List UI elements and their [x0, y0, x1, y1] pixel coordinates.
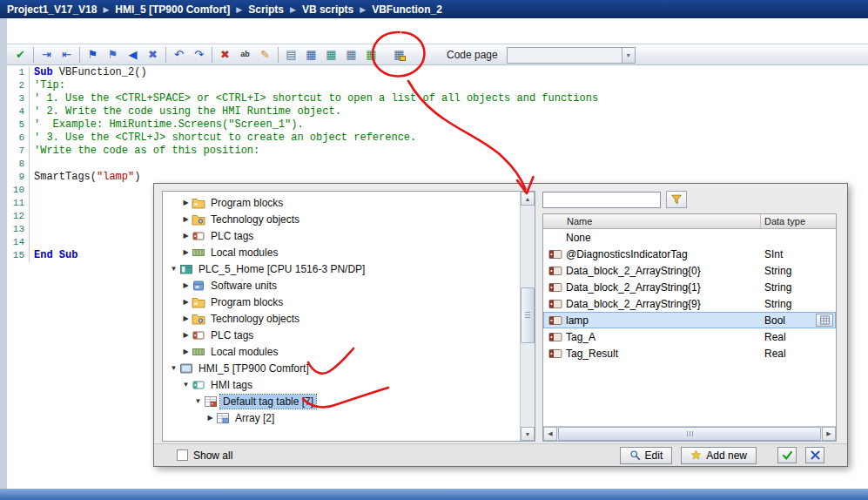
set-bookmark-icon[interactable]: ⚑ — [84, 45, 102, 64]
chevron-collapsed-icon[interactable]: ▶ — [180, 298, 192, 306]
program-blocks-icon — [192, 196, 205, 210]
tag-row[interactable]: @DiagnosticsIndicatorTagSInt — [543, 246, 836, 262]
insert-hmi-tag-icon[interactable]: ▦ — [390, 45, 408, 64]
scrollbar-thumb[interactable] — [558, 427, 821, 441]
tree-item[interactable]: ▼HMI tags — [163, 376, 520, 393]
scroll-down-icon[interactable]: ▼ — [521, 427, 535, 441]
tag-row[interactable]: None — [543, 229, 836, 246]
line-number: 4 — [7, 105, 30, 118]
tree-item-label: Array [2] — [232, 411, 277, 425]
line-number: 7 — [7, 145, 30, 158]
tag-row[interactable]: Tag_ResultReal — [543, 345, 836, 361]
tag-row[interactable]: Data_block_2_ArrayString{0}String — [543, 262, 836, 279]
chevron-collapsed-icon[interactable]: ▶ — [180, 215, 192, 223]
chevron-expanded-icon[interactable]: ▼ — [168, 265, 179, 273]
breadcrumb-item[interactable]: VBFunction_2 — [372, 3, 442, 16]
undo-icon[interactable]: ↶ — [170, 45, 188, 64]
tree-item[interactable]: ▶Local modules — [163, 343, 520, 360]
tree-item[interactable]: ▼PLC_5_Home [CPU 1516-3 PN/DP] — [163, 260, 520, 277]
filter-input[interactable] — [542, 192, 661, 208]
filter-button[interactable] — [666, 191, 687, 208]
edit-button[interactable]: Edit — [620, 447, 673, 464]
breadcrumb-item[interactable]: VB scripts — [302, 3, 353, 16]
insert-graphic-icon[interactable]: ▦ — [362, 45, 380, 64]
tree-item[interactable]: ▶Array [2] — [163, 409, 520, 426]
decrease-indent-icon[interactable]: ⇤ — [57, 45, 76, 64]
chevron-down-icon[interactable]: ▼ — [622, 48, 635, 63]
chevron-expanded-icon[interactable]: ▼ — [180, 381, 192, 389]
open-tag-table-button[interactable] — [816, 314, 833, 327]
tree-item[interactable]: ▶PLC tags — [163, 227, 520, 244]
redo-icon[interactable]: ↷ — [190, 45, 208, 64]
column-header-datatype[interactable]: Data type — [761, 214, 836, 228]
edit-button-label: Edit — [645, 449, 663, 462]
tree-vertical-scrollbar[interactable]: ▲ ▼ — [520, 192, 535, 441]
scroll-left-icon[interactable]: ◀ — [543, 427, 557, 441]
clear-bookmarks-icon[interactable]: ✖ — [144, 45, 162, 64]
chevron-expanded-icon[interactable]: ▼ — [192, 397, 204, 405]
insert-plc-tag-icon[interactable]: ▦ — [302, 45, 320, 64]
breadcrumb-separator-icon: ▶ — [103, 5, 109, 14]
tree-item[interactable]: ▶Program blocks — [163, 294, 520, 310]
code-line: 3' 1. Use the <CTRL+SPACE> or <CTRL+I> s… — [7, 92, 868, 105]
add-new-button[interactable]: Add new — [681, 447, 757, 464]
delete-text-icon[interactable]: ✖ — [216, 45, 234, 64]
tag-accent-icon — [400, 56, 406, 61]
chevron-collapsed-icon[interactable]: ▶ — [205, 414, 216, 422]
chevron-expanded-icon[interactable]: ▼ — [168, 364, 179, 372]
insert-snippet-icon: ▤ — [286, 49, 296, 60]
checkbox-icon[interactable] — [177, 449, 188, 461]
confirm-button[interactable] — [777, 447, 797, 463]
breadcrumb-item[interactable]: HMI_5 [TP900 Comfort] — [115, 3, 230, 16]
line-number: 10 — [7, 184, 30, 197]
next-bookmark-icon[interactable]: ⚑ — [104, 45, 122, 64]
tree-item[interactable]: ▶Program blocks — [163, 194, 520, 211]
tree-item[interactable]: ▶PLC tags — [163, 327, 520, 343]
chevron-collapsed-icon[interactable]: ▶ — [180, 331, 192, 339]
tree-item[interactable]: ▶Local modules — [163, 244, 520, 260]
tree-item[interactable]: ▼HMI_5 [TP900 Comfort] — [163, 360, 520, 376]
tag-name: Tag_A — [566, 331, 761, 343]
chevron-collapsed-icon[interactable]: ▶ — [180, 248, 192, 256]
tree-item[interactable]: ▼Default tag table [7] — [163, 393, 520, 409]
scrollbar-thumb[interactable] — [521, 287, 535, 343]
previous-bookmark-icon[interactable]: ◀ — [124, 45, 142, 64]
column-header-name[interactable]: Name — [543, 214, 761, 228]
insert-db-tag-icon[interactable]: ▦ — [322, 45, 340, 64]
rename-icon[interactable]: ✎ — [256, 45, 274, 64]
toolbar-separator — [165, 47, 166, 63]
code-text: ' 2. Write the code using the HMI Runtim… — [30, 105, 341, 118]
chevron-collapsed-icon[interactable]: ▶ — [180, 199, 192, 206]
syntax-check-icon[interactable]: ✔ — [11, 45, 30, 64]
line-number: 6 — [7, 132, 30, 145]
tag-row[interactable]: Tag_AReal — [543, 328, 836, 345]
show-all-checkbox[interactable]: Show all — [177, 449, 232, 462]
tree-item[interactable]: ▶Software units — [163, 277, 520, 294]
tag-row[interactable]: Data_block_2_ArrayString{1}String — [543, 279, 836, 295]
table-header: Name Data type — [543, 214, 836, 229]
chevron-collapsed-icon[interactable]: ▶ — [180, 314, 192, 322]
tag-datatype: Real — [761, 331, 836, 343]
cancel-button[interactable] — [805, 447, 824, 463]
rename-icon: ✎ — [260, 49, 270, 60]
star-icon — [690, 449, 702, 461]
chevron-collapsed-icon[interactable]: ▶ — [180, 232, 192, 240]
insert-snippet-icon[interactable]: ▤ — [282, 45, 300, 64]
find-replace-icon[interactable]: ab — [236, 45, 254, 64]
chevron-collapsed-icon[interactable]: ▶ — [180, 281, 192, 289]
code-line: 1Sub VBFunction_2() — [7, 66, 868, 79]
breadcrumb-item[interactable]: Project1_V17_V18 — [7, 3, 97, 16]
insert-alarm-icon[interactable]: ▦ — [342, 45, 360, 64]
scroll-up-icon[interactable]: ▲ — [521, 192, 535, 206]
tree-item[interactable]: ▶Technology objects — [163, 310, 520, 327]
tree-item[interactable]: ▶Technology objects — [163, 211, 520, 227]
table-horizontal-scrollbar[interactable]: ◀ ▶ — [543, 426, 836, 441]
code-page-dropdown[interactable]: ▼ — [507, 47, 636, 64]
tag-row[interactable]: Data_block_2_ArrayString{9}String — [543, 295, 836, 312]
tree-item-label: HMI tags — [208, 378, 255, 392]
breadcrumb-item[interactable]: Scripts — [248, 3, 284, 16]
scroll-right-icon[interactable]: ▶ — [822, 427, 836, 441]
increase-indent-icon[interactable]: ⇥ — [37, 45, 56, 64]
chevron-collapsed-icon[interactable]: ▶ — [180, 348, 192, 355]
tag-row[interactable]: lampBool — [543, 312, 836, 328]
